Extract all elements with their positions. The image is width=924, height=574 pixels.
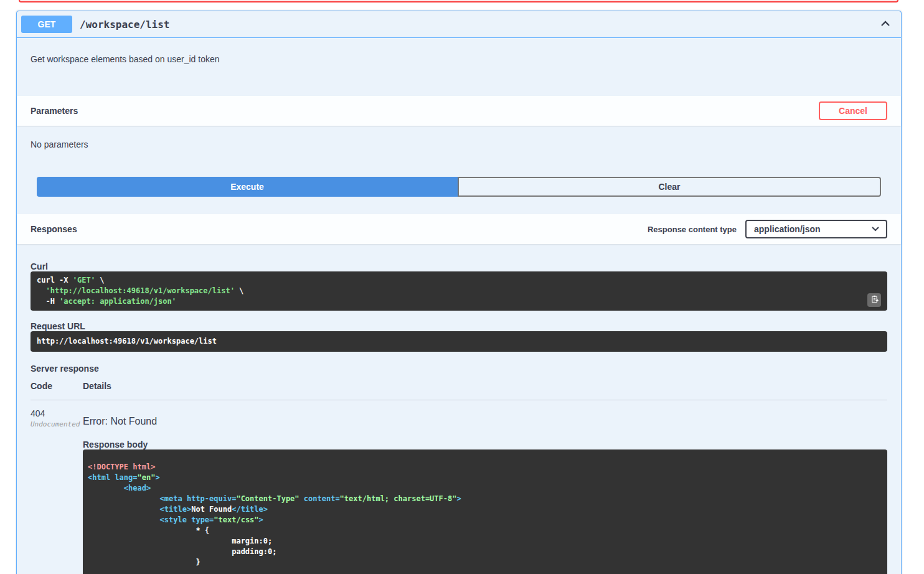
response-content-type-select[interactable]: application/json xyxy=(745,220,887,238)
response-code-cell: 404 Undocumented xyxy=(31,408,83,574)
response-details-cell: Error: Not Found Response body <!DOCTYPE… xyxy=(83,408,887,574)
code-column-header: Code xyxy=(31,381,83,391)
undocumented-badge: Undocumented xyxy=(31,420,83,428)
collapse-button[interactable] xyxy=(879,17,892,32)
execute-button-group: Execute Clear xyxy=(17,149,901,214)
curl-command-block: curl -X 'GET' \ 'http://localhost:49618/… xyxy=(31,271,887,311)
response-body-label: Response body xyxy=(83,440,887,449)
chevron-up-icon xyxy=(880,19,891,31)
curl-label: Curl xyxy=(31,261,887,271)
response-content-type-control: Response content type application/json xyxy=(648,220,887,238)
server-response-label: Server response xyxy=(31,364,887,374)
parameters-title: Parameters xyxy=(31,106,78,116)
clipboard-icon xyxy=(870,295,879,305)
details-column-header: Details xyxy=(83,381,887,391)
operation-path: /workspace/list xyxy=(80,19,170,31)
cancel-button[interactable]: Cancel xyxy=(819,101,887,120)
error-message: Error: Not Found xyxy=(83,416,887,427)
no-parameters-text: No parameters xyxy=(17,126,901,149)
responses-body: Curl curl -X 'GET' \ 'http://localhost:4… xyxy=(17,244,901,574)
response-table-header: Code Details xyxy=(31,381,887,400)
server-response-table: Code Details 404 Undocumented Error: Not… xyxy=(31,381,887,574)
request-url-label: Request URL xyxy=(31,321,887,331)
response-body-block: <!DOCTYPE html><html lang="en"> <head> <… xyxy=(83,449,887,574)
request-url-block: http://localhost:49618/v1/workspace/list xyxy=(31,331,887,352)
previous-endpoint-block-edge xyxy=(19,0,898,2)
response-table-row: 404 Undocumented Error: Not Found Respon… xyxy=(31,400,887,574)
operation-block-get-workspace-list: GET /workspace/list Get workspace elemen… xyxy=(16,11,902,574)
clear-button[interactable]: Clear xyxy=(458,177,881,197)
chevron-down-icon xyxy=(871,224,880,234)
response-content-type-value: application/json xyxy=(754,224,821,234)
responses-section-header: Responses Response content type applicat… xyxy=(17,214,901,244)
operation-description: Get workspace elements based on user_id … xyxy=(17,38,901,96)
parameters-section-header: Parameters Cancel xyxy=(17,96,901,126)
status-code: 404 xyxy=(31,408,83,418)
response-content-type-label: Response content type xyxy=(648,225,737,234)
copy-to-clipboard-button[interactable] xyxy=(867,293,881,307)
responses-title: Responses xyxy=(31,224,77,234)
execute-button[interactable]: Execute xyxy=(37,177,458,197)
operation-summary[interactable]: GET /workspace/list xyxy=(17,11,901,38)
http-method-badge: GET xyxy=(21,16,72,33)
